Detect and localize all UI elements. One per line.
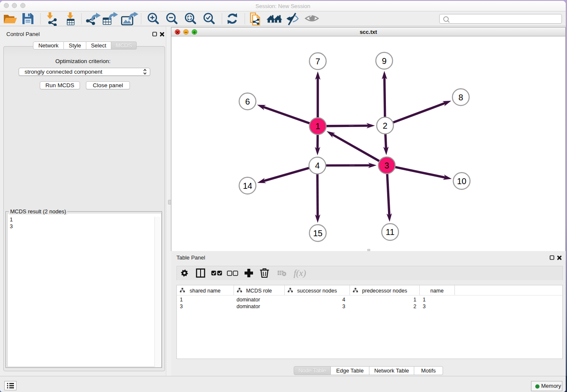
svg-text:10: 10 bbox=[457, 177, 466, 186]
svg-text:4: 4 bbox=[315, 161, 319, 170]
svg-text:14: 14 bbox=[243, 181, 252, 190]
svg-text:6: 6 bbox=[245, 97, 250, 106]
svg-text:f(x): f(x) bbox=[294, 268, 306, 278]
svg-text:15: 15 bbox=[313, 229, 322, 238]
svg-text:9: 9 bbox=[382, 56, 386, 66]
svg-text:1: 1 bbox=[315, 121, 320, 131]
svg-text:8: 8 bbox=[458, 93, 463, 102]
svg-text:2: 2 bbox=[383, 121, 387, 130]
svg-text:3: 3 bbox=[384, 161, 389, 170]
svg-text:7: 7 bbox=[315, 57, 320, 66]
svg-text:11: 11 bbox=[386, 227, 395, 237]
